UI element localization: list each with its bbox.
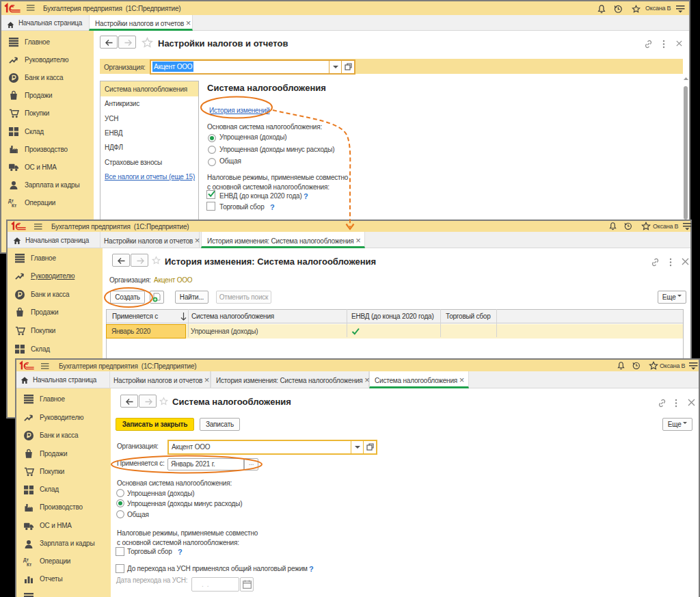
- svg-text:Кт: Кт: [12, 203, 16, 208]
- svg-text:Кт: Кт: [27, 562, 31, 567]
